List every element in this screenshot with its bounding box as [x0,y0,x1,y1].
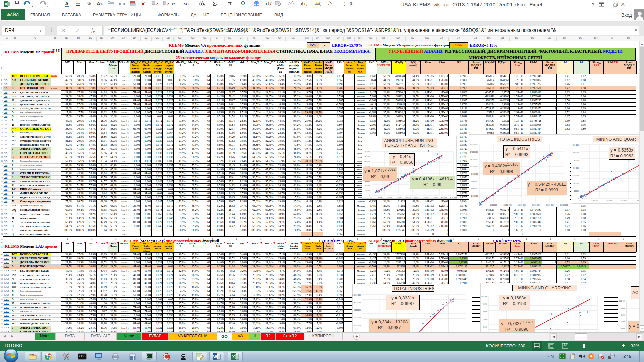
svg-text:X: X [5,2,7,6]
svg-text:C:\>_: C:\>_ [79,355,87,357]
svg-text:⨯: ⨯ [156,2,158,6]
svg-text:?: ? [270,2,272,5]
svg-text:⨯: ⨯ [167,2,169,6]
svg-text:W: W [213,355,217,359]
svg-text:X: X [232,355,235,359]
